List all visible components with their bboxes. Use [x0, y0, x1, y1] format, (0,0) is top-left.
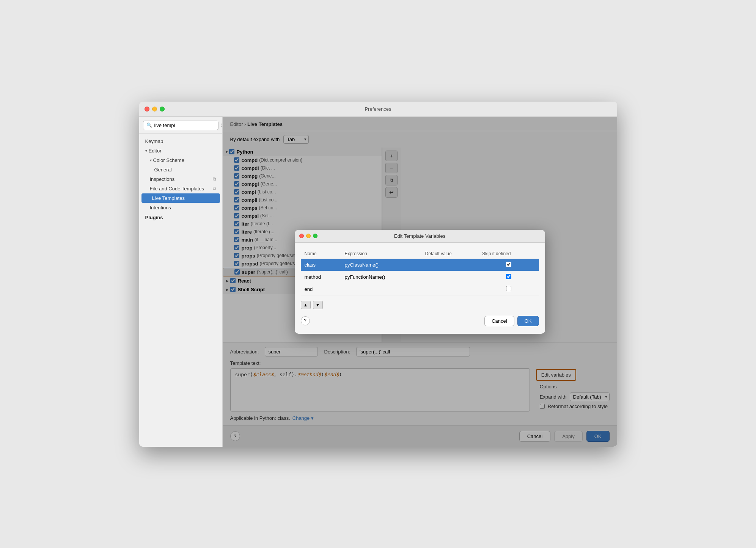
modal-move-btns: ▲ ▼ [301, 301, 539, 309]
sidebar-item-color-scheme-label: Color Scheme [153, 157, 184, 163]
modal-table: Name Expression Default value Skip if de… [301, 249, 539, 295]
row-class-skip [478, 259, 539, 271]
minimize-button[interactable] [152, 107, 157, 111]
search-input-wrap: 🔍 live templ ✕ [143, 121, 218, 130]
modal-traffic-lights [299, 234, 317, 238]
table-row-end[interactable]: end [301, 283, 539, 295]
row-end-expression [341, 283, 421, 295]
search-icon: 🔍 [146, 122, 152, 128]
col-name: Name [301, 249, 341, 259]
modal-minimize-button[interactable] [306, 234, 311, 238]
edit-template-variables-modal: Edit Template Variables Name Expression … [295, 230, 545, 334]
close-button[interactable] [145, 107, 149, 111]
sidebar-nav: Keymap ▾ Editor ▾ Color Scheme General I… [139, 133, 222, 226]
sidebar-item-live-templates[interactable]: Live Templates [141, 193, 220, 203]
modal-title: Edit Template Variables [394, 233, 445, 239]
chevron-right-icon: ▾ [150, 158, 152, 162]
row-end-name: end [301, 283, 341, 295]
modal-maximize-button[interactable] [313, 234, 317, 238]
row-method-default [421, 271, 478, 283]
table-row-class[interactable]: class pyClassName() [301, 259, 539, 271]
col-default: Default value [421, 249, 478, 259]
row-method-name: method [301, 271, 341, 283]
sidebar-item-color-scheme[interactable]: ▾ Color Scheme [139, 155, 222, 165]
modal-ok-button[interactable]: OK [517, 316, 539, 326]
chevron-down-icon: ▾ [145, 149, 147, 153]
row-class-default [421, 259, 478, 271]
window-title: Preferences [365, 106, 391, 112]
row-method-expression: pyFunctionName() [341, 271, 421, 283]
sidebar-item-keymap-label: Keymap [145, 138, 163, 144]
sidebar-item-file-code-templates[interactable]: File and Code Templates ⧉ [139, 184, 222, 193]
modal-close-button[interactable] [299, 234, 304, 238]
sidebar-item-keymap[interactable]: Keymap [139, 137, 222, 146]
row-method-skip-checkbox[interactable] [506, 274, 511, 279]
table-row-method[interactable]: method pyFunctionName() [301, 271, 539, 283]
sidebar-item-file-code-templates-label: File and Code Templates [150, 186, 204, 192]
move-down-button[interactable]: ▼ [313, 301, 323, 309]
sidebar-item-editor[interactable]: ▾ Editor [139, 146, 222, 155]
sidebar-item-editor-label: Editor [149, 148, 162, 154]
modal-action-btns: Cancel OK [484, 316, 539, 326]
row-end-default [421, 283, 478, 295]
modal-footer: ? Cancel OK [301, 313, 539, 328]
row-end-skip [478, 283, 539, 295]
preferences-window: Preferences 🔍 live templ ✕ Keymap ▾ Edit… [139, 102, 617, 447]
copy-icon: ⧉ [213, 176, 216, 182]
modal-overlay: Edit Template Variables Name Expression … [223, 117, 617, 447]
search-bar: 🔍 live templ ✕ [139, 117, 222, 133]
main-content: 🔍 live templ ✕ Keymap ▾ Editor ▾ Color S… [139, 117, 617, 447]
sidebar: 🔍 live templ ✕ Keymap ▾ Editor ▾ Color S… [139, 117, 223, 447]
modal-cancel-button[interactable]: Cancel [484, 316, 514, 326]
modal-title-bar: Edit Template Variables [295, 230, 545, 243]
sidebar-item-general[interactable]: General [139, 165, 222, 174]
modal-help-button[interactable]: ? [301, 316, 310, 325]
sidebar-item-inspections[interactable]: Inspections ⧉ [139, 174, 222, 184]
col-skip: Skip if defined [478, 249, 539, 259]
traffic-lights [145, 107, 165, 111]
search-input[interactable]: live templ [154, 122, 218, 128]
maximize-button[interactable] [160, 107, 165, 111]
sidebar-item-inspections-label: Inspections [150, 176, 175, 182]
sidebar-item-live-templates-label: Live Templates [152, 195, 185, 201]
col-expression: Expression [341, 249, 421, 259]
sidebar-item-intentions-label: Intentions [150, 205, 171, 210]
sidebar-section-plugins: Plugins [139, 212, 222, 223]
row-class-expression: pyClassName() [341, 259, 421, 271]
row-end-skip-checkbox[interactable] [506, 286, 511, 291]
row-class-skip-checkbox[interactable] [506, 262, 511, 267]
modal-body: Name Expression Default value Skip if de… [295, 243, 545, 334]
copy2-icon: ⧉ [213, 186, 216, 191]
content-wrapper: Editor › Live Templates By default expan… [223, 117, 617, 447]
row-class-name: class [301, 259, 341, 271]
title-bar: Preferences [139, 102, 617, 117]
move-up-button[interactable]: ▲ [301, 301, 311, 309]
sidebar-item-intentions[interactable]: Intentions [139, 203, 222, 212]
row-method-skip [478, 271, 539, 283]
sidebar-item-general-label: General [154, 167, 172, 173]
